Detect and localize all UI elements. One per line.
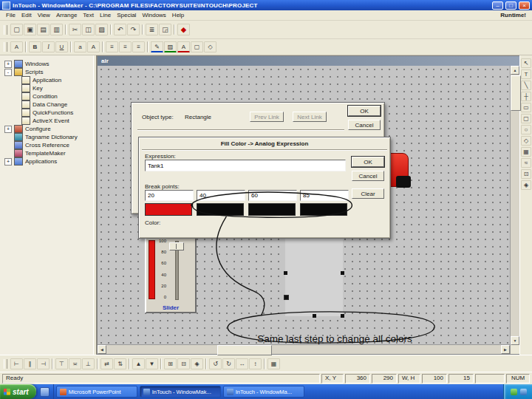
new-window-icon[interactable]: ▢ xyxy=(10,24,23,35)
print-preview-icon[interactable]: ◲ xyxy=(159,24,171,35)
align-center-icon[interactable]: ≡ xyxy=(119,41,132,52)
selection-handle[interactable] xyxy=(284,295,289,300)
save-all-icon[interactable]: ▥ xyxy=(50,24,63,35)
maximize-button[interactable]: □ xyxy=(505,1,516,10)
expand-icon[interactable]: + xyxy=(4,126,12,133)
collapse-icon[interactable]: - xyxy=(4,69,12,76)
align-bottom-icon[interactable]: ⊥ xyxy=(82,358,95,369)
make-symbol-icon[interactable]: ◈ xyxy=(191,358,203,369)
fill-cancel-button[interactable]: Cancel xyxy=(352,171,384,181)
hv-line-tool-icon[interactable]: ┼ xyxy=(521,92,531,101)
minimize-button[interactable]: – xyxy=(492,1,503,10)
align-left-icon[interactable]: ≡ xyxy=(106,41,118,52)
transparent-color-icon[interactable]: ◇ xyxy=(204,41,216,52)
tree-item-windows[interactable]: +Windows xyxy=(1,60,93,68)
print-icon[interactable]: ≣ xyxy=(146,24,158,35)
redo-icon[interactable]: ↷ xyxy=(127,24,140,35)
font-bigger-icon[interactable]: A xyxy=(87,41,100,52)
scroll-left-icon[interactable]: ◀ xyxy=(98,345,106,354)
drawing-canvas[interactable]: Object type: Rectangle Prev Link Next Li… xyxy=(98,66,510,344)
color-swatch-4[interactable] xyxy=(300,203,347,216)
copy-icon[interactable]: ◫ xyxy=(82,24,95,35)
send-to-back-icon[interactable]: ▼ xyxy=(146,358,158,369)
window-color-icon[interactable]: ▢ xyxy=(191,41,203,52)
air-window-titlebar[interactable]: air xyxy=(98,56,519,66)
open-window-icon[interactable]: ▣ xyxy=(24,24,36,35)
scroll-down-icon[interactable]: ▼ xyxy=(511,336,519,345)
align-left-icon[interactable]: ⊢ xyxy=(10,358,23,369)
toolbar-grip[interactable] xyxy=(4,42,7,52)
horizontal-scroll-thumb[interactable] xyxy=(217,345,272,355)
taskbar-item-intouch-1[interactable]: InTouch - WindowMak... xyxy=(140,386,221,398)
trend-tool-icon[interactable]: ≈ xyxy=(521,158,531,168)
tray-icon-2[interactable] xyxy=(520,389,527,395)
save-window-icon[interactable]: ▤ xyxy=(37,24,50,35)
align-middle-icon[interactable]: ≍ xyxy=(69,358,81,369)
rectangle-tool-icon[interactable]: ▭ xyxy=(521,103,531,112)
expand-icon[interactable]: + xyxy=(4,158,12,166)
rotate-ccw-icon[interactable]: ↺ xyxy=(209,358,222,369)
scroll-up-icon[interactable]: ▲ xyxy=(511,66,519,75)
tree-item-condition[interactable]: Condition xyxy=(1,92,93,100)
button-tool-icon[interactable]: ⊡ xyxy=(521,169,531,179)
tree-item-activex-event[interactable]: ActiveX Event xyxy=(1,117,93,125)
select-tool-icon[interactable]: ↖ xyxy=(521,58,531,68)
link-ok-button[interactable]: OK xyxy=(348,106,381,116)
symbol-tool-icon[interactable]: ◈ xyxy=(521,180,531,190)
tree-item-application[interactable]: Application xyxy=(1,76,93,84)
font-smaller-icon[interactable]: a xyxy=(74,41,86,52)
menu-item[interactable]: Edit xyxy=(18,11,35,19)
align-right-icon[interactable]: ⊣ xyxy=(37,358,50,369)
toolbar-grip[interactable] xyxy=(4,359,7,369)
scroll-right-icon[interactable]: ▶ xyxy=(501,345,510,354)
clear-button[interactable]: Clear xyxy=(352,188,384,199)
slider-thumb[interactable] xyxy=(169,242,184,250)
horizontal-scrollbar[interactable]: ◀ ▶ xyxy=(98,344,510,354)
space-vertical-icon[interactable]: ⇅ xyxy=(114,358,126,369)
tree-item-data-change[interactable]: Data Change xyxy=(1,100,93,109)
selection-handle[interactable] xyxy=(341,271,344,275)
italic-icon[interactable]: I xyxy=(42,41,55,52)
expand-icon[interactable]: + xyxy=(4,61,12,68)
menu-item[interactable]: Text xyxy=(80,11,97,19)
expression-input[interactable] xyxy=(145,160,346,171)
polygon-tool-icon[interactable]: ◇ xyxy=(521,136,531,146)
selection-handle[interactable] xyxy=(284,271,287,275)
color-swatch-1[interactable] xyxy=(145,203,192,216)
wizard-icon[interactable]: ◆ xyxy=(177,24,190,35)
fill-ok-button[interactable]: OK xyxy=(352,157,384,167)
vertical-scrollbar[interactable]: ▲ ▼ xyxy=(510,66,519,354)
rotate-cw-icon[interactable]: ↻ xyxy=(222,358,235,369)
tree-item-templatemaker[interactable]: TemplateMaker xyxy=(1,149,93,157)
menu-item[interactable]: Arrange xyxy=(53,11,80,19)
taskbar-item-powerpoint[interactable]: Microsoft PowerPoint xyxy=(56,386,137,398)
line-tool-icon[interactable]: ╲ xyxy=(521,81,531,90)
prev-link-button[interactable]: Prev Link xyxy=(250,112,284,122)
snap-grid-icon[interactable]: ▦ xyxy=(267,358,280,369)
tree-item-key[interactable]: Key xyxy=(1,84,93,92)
color-swatch-3[interactable] xyxy=(248,203,296,216)
tray-icon-1[interactable] xyxy=(511,389,517,395)
align-right-icon[interactable]: ≡ xyxy=(132,41,145,52)
tree-item-cross-reference[interactable]: Cross Reference xyxy=(1,141,93,149)
flip-horizontal-icon[interactable]: ↔ xyxy=(236,358,248,369)
bold-icon[interactable]: B xyxy=(29,41,41,52)
link-cancel-button[interactable]: Cancel xyxy=(348,120,381,130)
toolbar-grip[interactable] xyxy=(4,25,7,35)
rounded-rectangle-tool-icon[interactable]: ▢ xyxy=(521,114,531,123)
tree-item-applications[interactable]: +Applications xyxy=(1,157,93,166)
paste-icon[interactable]: ▨ xyxy=(95,24,108,35)
align-center-icon[interactable]: ∥ xyxy=(24,358,36,369)
fill-color-icon[interactable]: ▨ xyxy=(164,41,177,52)
menu-item[interactable]: Help xyxy=(169,11,187,19)
slider-widget[interactable]: 100806040200 Slider xyxy=(145,235,197,313)
menu-item[interactable]: Line xyxy=(97,11,114,19)
text-tool-icon[interactable]: T xyxy=(521,69,531,79)
menu-item[interactable]: Windows xyxy=(139,11,168,19)
tree-item-tagname-dictionary[interactable]: Tagname Dictionary xyxy=(1,133,93,141)
tree-item-quickfunctions[interactable]: QuickFunctions xyxy=(1,109,93,117)
space-horizontal-icon[interactable]: ⇄ xyxy=(100,358,113,369)
break-point-input-3[interactable] xyxy=(248,190,297,201)
cut-icon[interactable]: ✂ xyxy=(69,24,81,35)
tank-rectangle[interactable] xyxy=(285,229,343,316)
